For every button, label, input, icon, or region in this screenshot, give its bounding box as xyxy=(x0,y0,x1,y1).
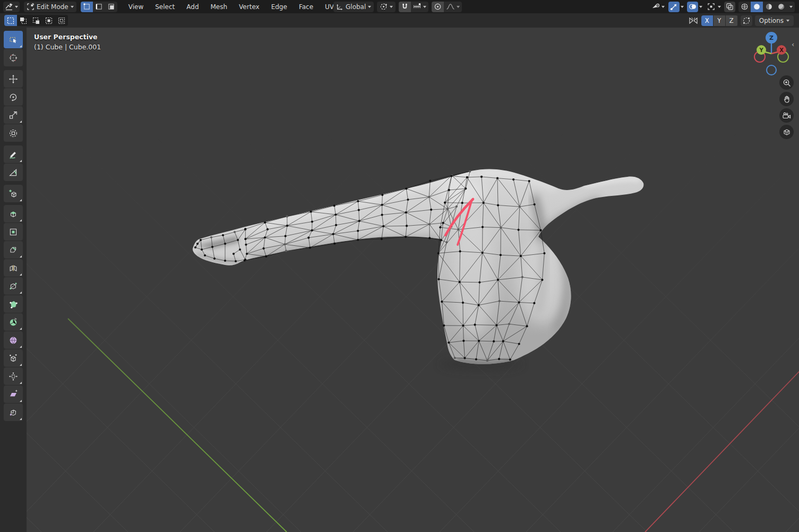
tool-poly-build-button[interactable] xyxy=(4,295,23,313)
proportional-editing-toggle[interactable] xyxy=(432,2,444,12)
extrude-region-icon xyxy=(8,209,18,219)
show-gizmo-toggle[interactable] xyxy=(668,2,680,12)
symmetry-snap-button[interactable] xyxy=(741,15,752,26)
mirror-axis-group: X Y Z xyxy=(701,15,738,26)
pan-hand-icon xyxy=(783,95,791,104)
tool-select-box-button[interactable] xyxy=(4,31,23,48)
viewport-header: Edit Mode xyxy=(0,0,799,13)
tool-shear-button[interactable] xyxy=(4,385,23,403)
edge-select-icon xyxy=(95,3,103,11)
select-extend-button[interactable] xyxy=(17,15,30,26)
pan-button[interactable] xyxy=(779,92,794,106)
menu-add[interactable]: Add xyxy=(181,0,204,13)
show-overlays-icon xyxy=(689,3,697,11)
vertex-select-button[interactable] xyxy=(81,2,93,12)
toggle-xray-button[interactable] xyxy=(724,2,735,12)
transform-orientation-dropdown[interactable]: Global xyxy=(333,2,374,12)
edit-mode-icon xyxy=(27,3,35,11)
select-invert-button[interactable] xyxy=(42,15,55,26)
select-intersect-icon xyxy=(57,16,66,25)
chevron-down-icon xyxy=(15,6,18,8)
menu-face[interactable]: Face xyxy=(293,0,319,13)
show-gizmo-icon xyxy=(670,3,678,11)
chevron-down-icon xyxy=(368,6,371,8)
select-subtract-button[interactable] xyxy=(30,15,42,26)
tool-scale-button[interactable] xyxy=(4,106,23,124)
tool-extrude-region-button[interactable] xyxy=(4,205,23,222)
chevron-down-icon xyxy=(699,6,702,8)
gizmo-x-label: X xyxy=(779,47,784,53)
mirror-z-button[interactable]: Z xyxy=(726,15,737,26)
zoom-button[interactable] xyxy=(779,75,794,90)
material-preview-shading-button[interactable] xyxy=(763,2,775,12)
tool-move-button[interactable] xyxy=(4,70,23,88)
select-subtract-icon xyxy=(32,16,40,25)
menu-mesh[interactable]: Mesh xyxy=(205,0,234,13)
mirror-y-button[interactable]: Y xyxy=(714,15,725,26)
gizmo-neg-z-ball[interactable] xyxy=(767,65,776,75)
chevron-down-icon xyxy=(390,6,393,8)
select-set-button[interactable] xyxy=(4,15,17,26)
face-select-button[interactable] xyxy=(105,2,117,12)
menu-vertex[interactable]: Vertex xyxy=(233,0,265,13)
sidebar-collapse-arrow[interactable]: ‹ xyxy=(792,40,794,48)
solid-shading-button[interactable] xyxy=(751,2,763,12)
toggle-projection-button[interactable] xyxy=(779,125,794,139)
editor-type-selector[interactable] xyxy=(3,2,20,12)
tool-shrink-fatten-button[interactable] xyxy=(4,367,23,385)
snap-target-dropdown[interactable] xyxy=(411,2,428,12)
mode-dropdown[interactable]: Edit Mode xyxy=(24,2,76,12)
tool-loop-cut-button[interactable] xyxy=(4,259,23,277)
rip-region-icon xyxy=(8,408,18,417)
tool-smooth-button[interactable] xyxy=(4,331,23,349)
mirror-x-button[interactable]: X xyxy=(701,15,713,26)
show-overlays-toggle[interactable] xyxy=(687,2,698,12)
tool-measure-button[interactable] xyxy=(4,164,23,181)
selection-mode-options xyxy=(4,15,68,26)
rendered-shading-button[interactable] xyxy=(775,2,787,12)
pivot-point-dropdown[interactable] xyxy=(377,2,396,12)
rotate-icon xyxy=(8,92,18,102)
options-dropdown[interactable]: Options xyxy=(755,15,794,26)
snap-toggle-button[interactable] xyxy=(399,2,411,12)
wireframe-shading-icon xyxy=(741,3,749,11)
tool-rotate-button[interactable] xyxy=(4,88,23,106)
menu-edge[interactable]: Edge xyxy=(265,0,293,13)
falloff-dropdown[interactable] xyxy=(444,2,462,12)
visibility-dropdown[interactable] xyxy=(650,2,666,12)
proportional-editing-group xyxy=(432,2,462,12)
3d-viewport-scene[interactable] xyxy=(0,0,799,532)
tool-transform-button[interactable] xyxy=(4,124,23,142)
tool-bevel-button[interactable] xyxy=(4,241,23,259)
select-invert-icon xyxy=(45,16,53,25)
tool-annotate-button[interactable] xyxy=(4,145,23,163)
add-cube-icon xyxy=(8,189,18,199)
solid-shading-icon xyxy=(753,3,761,11)
xray-options-dropdown[interactable] xyxy=(706,2,717,12)
scale-icon xyxy=(8,110,18,120)
proportional-editing-icon xyxy=(434,3,442,11)
magnet-icon xyxy=(401,3,409,11)
menu-view[interactable]: View xyxy=(123,0,149,13)
tool-rip-region-button[interactable] xyxy=(4,404,23,421)
chevron-down-icon xyxy=(661,6,665,8)
tool-knife-button[interactable] xyxy=(4,277,23,295)
chevron-down-icon xyxy=(71,6,74,8)
camera-view-icon xyxy=(782,111,791,120)
tool-spin-button[interactable] xyxy=(4,313,23,331)
camera-view-button[interactable] xyxy=(779,108,794,123)
tool-cursor-button[interactable] xyxy=(4,49,23,66)
spin-icon xyxy=(8,318,18,327)
cursor-icon xyxy=(8,53,18,63)
edge-select-button[interactable] xyxy=(93,2,105,12)
wireframe-shading-button[interactable] xyxy=(738,2,751,12)
navigation-gizmo[interactable]: Z Y X xyxy=(748,30,795,78)
smooth-icon xyxy=(8,336,18,345)
snap-increment-icon xyxy=(413,3,422,11)
menu-select[interactable]: Select xyxy=(149,0,181,13)
select-intersect-button[interactable] xyxy=(55,15,68,26)
tool-inset-faces-button[interactable] xyxy=(4,223,23,241)
tool-add-cube-button[interactable] xyxy=(4,185,23,202)
falloff-curve-icon xyxy=(446,3,455,11)
tool-edge-slide-button[interactable] xyxy=(4,349,23,367)
